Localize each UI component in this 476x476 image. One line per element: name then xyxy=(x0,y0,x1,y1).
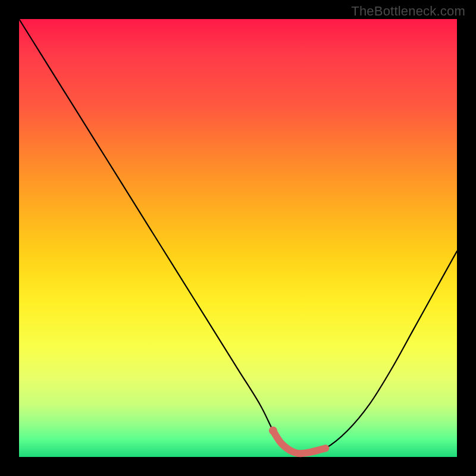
chart-svg xyxy=(19,19,457,457)
plot-area xyxy=(19,19,457,457)
optimal-range-start-dot xyxy=(269,427,277,435)
chart-frame: TheBottleneck.com xyxy=(0,0,476,476)
bottleneck-curve xyxy=(19,19,457,453)
optimal-range-highlight xyxy=(273,431,325,453)
watermark-text: TheBottleneck.com xyxy=(351,4,465,19)
